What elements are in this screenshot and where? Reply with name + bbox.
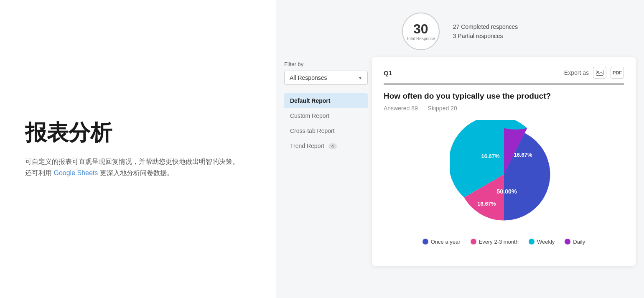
legend-item-weekly: Weekly <box>529 239 555 245</box>
legend-dot-weekly <box>529 239 535 245</box>
pie-chart: 50.00% 16.67% 16.67% 16.67% <box>450 120 558 229</box>
legend-dot-every-2-3-month <box>471 239 476 245</box>
page-description: 可自定义的报表可直观呈现回复情况，并帮助您更快地做出明智的决策。还可利用 Goo… <box>25 156 242 178</box>
stats-bar: 30 Total Responce 27 Completed responces… <box>402 13 518 50</box>
completed-stat: 27 Completed responces <box>453 23 518 30</box>
filter-label: Filter by <box>284 61 368 67</box>
legend-item-once-a-year: Once a year <box>423 239 461 245</box>
sidebar: Filter by All Responses ▼ Default Report… <box>284 57 368 266</box>
sidebar-item-label: Custom Report <box>290 112 329 119</box>
content-area: Filter by All Responses ▼ Default Report… <box>276 57 644 266</box>
sidebar-item-label: Cross-tab Report <box>290 127 335 134</box>
trend-badge: 4 <box>328 143 337 149</box>
sidebar-item-custom[interactable]: Custom Report <box>284 108 368 123</box>
export-area: Export as PDF <box>564 67 624 79</box>
answered-stat: Answered 89 <box>384 105 418 112</box>
legend-label-daily: Daily <box>573 239 585 245</box>
partial-stat: 3 Partial responces <box>453 33 518 39</box>
total-circle: 30 Total Responce <box>402 13 440 50</box>
sidebar-nav: Default Report Custom Report Cross-tab R… <box>284 93 368 153</box>
description-text-2: 更深入地分析问卷数据。 <box>98 169 173 176</box>
legend-dot-once-a-year <box>423 239 428 245</box>
description-highlight: Google Sheets <box>53 169 98 176</box>
total-label: Total Responce <box>406 36 435 41</box>
export-image-button[interactable] <box>593 67 606 79</box>
total-number: 30 <box>413 22 428 36</box>
legend-label-once-a-year: Once a year <box>431 239 461 245</box>
skipped-stat: Skipped 20 <box>428 105 457 112</box>
svg-text:50.00%: 50.00% <box>496 188 517 194</box>
report-card-header: Q1 Export as PDF <box>384 67 624 84</box>
export-label: Export as <box>564 69 589 76</box>
sidebar-item-label: Default Report <box>290 97 330 104</box>
filter-selected: All Responses <box>290 74 327 81</box>
chart-container: 50.00% 16.67% 16.67% 16.67% Once a year <box>384 120 624 245</box>
right-section: 30 Total Responce 27 Completed responces… <box>276 0 644 298</box>
stats-details: 27 Completed responces 3 Partial responc… <box>453 23 518 39</box>
question-stats: Answered 89 Skipped 20 <box>384 105 624 112</box>
q-label: Q1 <box>384 69 392 76</box>
report-card: Q1 Export as PDF <box>372 57 636 266</box>
sidebar-item-default[interactable]: Default Report <box>284 93 368 108</box>
svg-text:16.67%: 16.67% <box>477 201 496 207</box>
sidebar-item-crosstab[interactable]: Cross-tab Report <box>284 123 368 138</box>
svg-text:16.67%: 16.67% <box>514 152 532 158</box>
page-title: 报表分析 <box>25 120 251 145</box>
legend-item-daily: Daily <box>565 239 585 245</box>
export-pdf-button[interactable]: PDF <box>611 67 624 79</box>
chart-legend: Once a year Every 2-3 month Weekly <box>423 239 585 245</box>
chevron-down-icon: ▼ <box>358 76 362 80</box>
svg-text:16.67%: 16.67% <box>481 153 500 159</box>
filter-dropdown[interactable]: All Responses ▼ <box>284 71 368 85</box>
sidebar-item-label: Trend Report <box>290 143 324 149</box>
sidebar-item-trend[interactable]: Trend Report 4 <box>284 138 368 153</box>
question-text: How often do you typically use the produ… <box>384 91 624 102</box>
legend-dot-daily <box>565 239 570 245</box>
pdf-icon: PDF <box>613 70 622 75</box>
legend-label-every-2-3-month: Every 2-3 month <box>479 239 519 245</box>
page-container: 报表分析 可自定义的报表可直观呈现回复情况，并帮助您更快地做出明智的决策。还可利… <box>0 0 644 298</box>
legend-item-every-2-3-month: Every 2-3 month <box>471 239 519 245</box>
left-section: 报表分析 可自定义的报表可直观呈现回复情况，并帮助您更快地做出明智的决策。还可利… <box>0 0 276 298</box>
legend-label-weekly: Weekly <box>537 239 555 245</box>
